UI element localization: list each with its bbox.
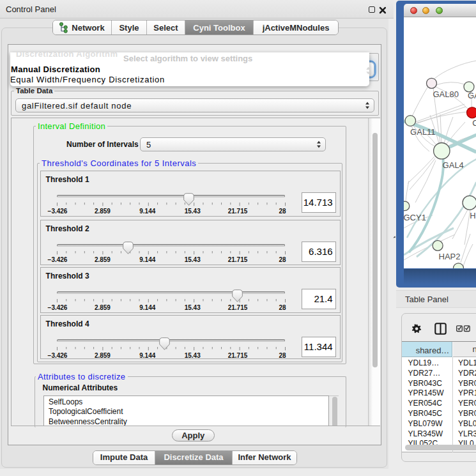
svg-text:GCY1: GCY1 [404,213,426,222]
svg-text:GAL4: GAL4 [442,160,463,170]
svg-text:H: H [470,211,475,220]
svg-text:CY: CY [472,118,476,128]
svg-text:GAL11: GAL11 [410,127,436,137]
svg-text:GAL80: GAL80 [433,89,458,99]
svg-text:GA: GA [468,91,476,100]
svg-text:HAP2: HAP2 [438,252,460,261]
